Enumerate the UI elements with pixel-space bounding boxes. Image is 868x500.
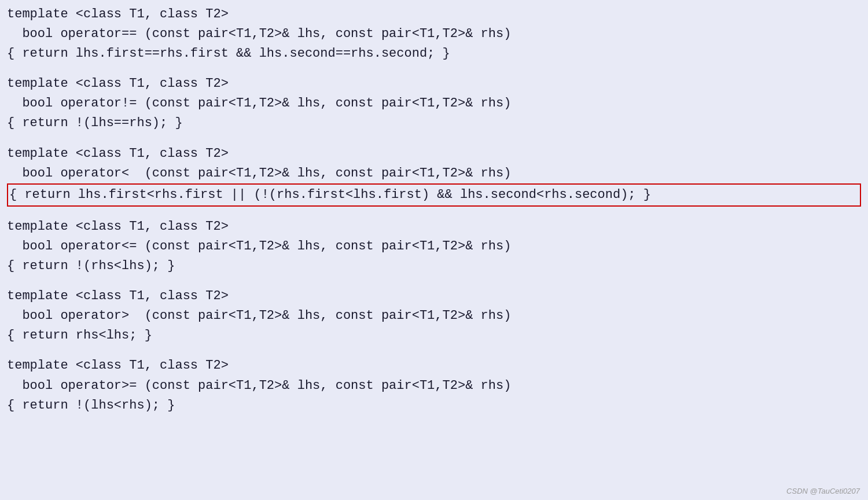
code-container: template <class T1, class T2> bool opera… xyxy=(0,0,868,500)
code-line: template <class T1, class T2> xyxy=(7,74,861,94)
code-line: bool operator!= (const pair<T1,T2>& lhs,… xyxy=(7,94,861,113)
code-line: bool operator<= (const pair<T1,T2>& lhs,… xyxy=(7,237,861,256)
code-line: { return !(lhs<rhs); } xyxy=(7,396,861,416)
code-line: template <class T1, class T2> xyxy=(7,286,861,306)
code-block-block6: template <class T1, class T2> bool opera… xyxy=(7,356,861,415)
code-line: template <class T1, class T2> xyxy=(7,5,861,24)
code-block-block3: template <class T1, class T2> bool opera… xyxy=(7,144,861,207)
code-line: { return !(lhs==rhs); } xyxy=(7,113,861,133)
code-line: template <class T1, class T2> xyxy=(7,356,861,376)
code-line: { return lhs.first==rhs.first && lhs.sec… xyxy=(7,44,861,64)
code-line: bool operator>= (const pair<T1,T2>& lhs,… xyxy=(7,376,861,396)
code-line: template <class T1, class T2> xyxy=(7,144,861,164)
highlighted-text: { return lhs.first<rhs.first || (!(rhs.f… xyxy=(7,183,861,207)
code-block-block5: template <class T1, class T2> bool opera… xyxy=(7,286,861,345)
code-line: bool operator== (const pair<T1,T2>& lhs,… xyxy=(7,24,861,44)
highlighted-code-line: { return lhs.first<rhs.first || (!(rhs.f… xyxy=(7,183,861,207)
code-line: { return rhs<lhs; } xyxy=(7,326,861,345)
code-line: template <class T1, class T2> xyxy=(7,217,861,237)
code-block-block4: template <class T1, class T2> bool opera… xyxy=(7,217,861,276)
code-block-block2: template <class T1, class T2> bool opera… xyxy=(7,74,861,133)
code-line: { return !(rhs<lhs); } xyxy=(7,256,861,276)
code-block-block1: template <class T1, class T2> bool opera… xyxy=(7,5,861,64)
code-line: bool operator> (const pair<T1,T2>& lhs, … xyxy=(7,306,861,326)
watermark: CSDN @TauCeti0207 xyxy=(786,487,860,495)
code-line: bool operator< (const pair<T1,T2>& lhs, … xyxy=(7,164,861,183)
code-blocks: template <class T1, class T2> bool opera… xyxy=(7,5,861,416)
